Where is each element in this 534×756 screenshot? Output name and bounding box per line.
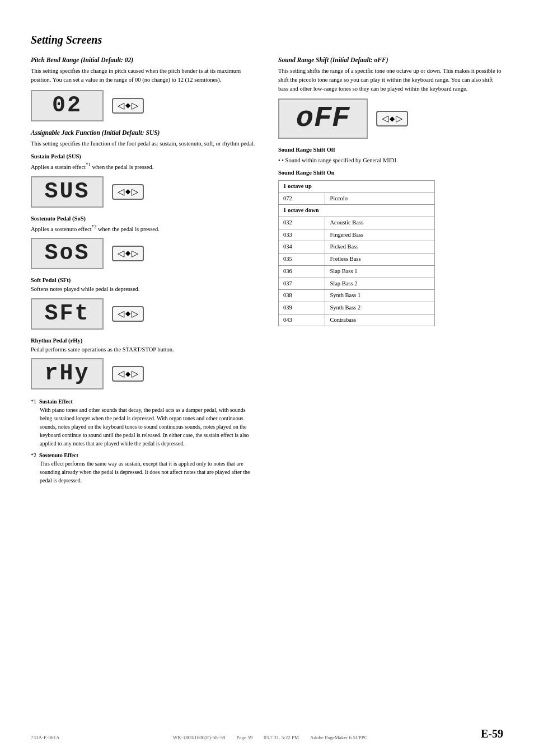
tone-name: Contrabass [325, 314, 435, 326]
tone-name: Slap Bass 1 [325, 265, 435, 278]
table-row: 033 Fingered Bass [279, 229, 435, 241]
sound-range-display: oFF [278, 98, 368, 139]
tone-name: Piccolo [325, 192, 435, 205]
footer-model: WK-1800/1600(E)-58~59 [173, 735, 226, 740]
fn2-num: *2 [31, 452, 38, 458]
main-title: Setting Screens [31, 34, 503, 46]
footer-software: Adobe PageMaker 6.5J/PPC [310, 735, 368, 740]
footer-center: WK-1800/1600(E)-58~59 Page 59 03.7.31. 5… [173, 735, 368, 740]
sos-fn-num: *2 [92, 224, 97, 229]
fn2-title: Sostenuto Effect [39, 452, 78, 458]
table-header-down: 1 octave down [279, 205, 435, 217]
pitch-bend-body: This setting specifies the change in pit… [31, 67, 256, 84]
rhythm-arrow-btn[interactable]: ◁ ◆ ▷ [112, 366, 144, 382]
sostenuto-display: SoS [31, 238, 104, 269]
tone-name: Fingered Bass [325, 229, 435, 241]
soft-value: SFt [44, 301, 90, 326]
sustain-fn-num: *1 [86, 162, 91, 167]
fn1-body: With piano tones and other sounds that d… [40, 406, 256, 448]
table-row: 032 Acoustic Bass [279, 217, 435, 229]
sus-left-arrow-icon: ◁ [118, 187, 124, 196]
tone-num: 033 [279, 229, 325, 241]
page-footer: 733A-E-061A WK-1800/1600(E)-58~59 Page 5… [31, 727, 503, 740]
footnote-2: *2 Sostenuto Effect This effect performs… [31, 451, 256, 485]
rhythm-display: rHy [31, 358, 104, 389]
fn2-body: This effect performs the same way as sus… [40, 459, 256, 485]
left-arrow-icon: ◁ [118, 101, 124, 110]
sustain-body: Applies a sustain effect*1 when the peda… [31, 161, 256, 171]
sustain-display-row: SUS ◁ ◆ ▷ [31, 176, 256, 208]
soft-pedal-title: Soft Pedal (SFt) [31, 277, 256, 283]
page-number: E-59 [481, 727, 503, 740]
pitch-bend-display: 02 [31, 90, 104, 121]
sound-range-table: 1 octave up 072 Piccolo 1 octave down 03… [278, 180, 435, 326]
octave-down-header: 1 octave down [279, 205, 435, 217]
sostenuto-body: Applies a sostenuto effect*2 when the pe… [31, 223, 256, 233]
sos-dot-icon: ◆ [125, 249, 130, 257]
table-row: 034 Picked Bass [279, 241, 435, 253]
rhythm-display-row: rHy ◁ ◆ ▷ [31, 358, 256, 389]
soft-display-row: SFt ◁ ◆ ▷ [31, 298, 256, 330]
table-row: 035 Fretless Bass [279, 253, 435, 266]
sound-range-title: Sound Range Shift (Initial Default: oFF) [278, 57, 503, 63]
sus-dot-icon: ◆ [125, 187, 130, 196]
sustain-value: SUS [44, 179, 90, 204]
sustain-display: SUS [31, 176, 104, 208]
tone-num: 036 [279, 265, 325, 278]
rhythm-value: rHy [44, 361, 90, 386]
tone-num: 035 [279, 253, 325, 266]
table-header-up: 1 octave up [279, 181, 435, 193]
dot-icon: ◆ [125, 101, 130, 110]
soft-display: SFt [31, 298, 104, 330]
sr-left-arrow-icon: ◁ [382, 114, 388, 123]
rhy-dot-icon: ◆ [125, 370, 130, 378]
tone-num: 039 [279, 302, 325, 314]
page-container: Setting Screens Pitch Bend Range (Initia… [0, 0, 534, 756]
footnotes-section: *1 Sustain Effect With piano tones and o… [31, 397, 256, 485]
sft-left-arrow-icon: ◁ [118, 309, 124, 318]
table-row: 037 Slap Bass 2 [279, 278, 435, 290]
footer-date: 03.7.31. 5:22 PM [264, 735, 299, 740]
pitch-bend-value: 02 [52, 93, 82, 118]
sound-range-arrow-btn[interactable]: ◁ ◆ ▷ [376, 111, 408, 126]
octave-up-header: 1 octave up [279, 181, 435, 193]
pitch-bend-title: Pitch Bend Range (Initial Default: 02) [31, 57, 256, 63]
pitch-bend-display-row: 02 ◁ ◆ ▷ [31, 90, 256, 121]
fn1-num: *1 [31, 398, 38, 405]
sos-right-arrow-icon: ▷ [132, 249, 138, 258]
sostenuto-title: Sostenuto Pedal (SoS) [31, 215, 256, 222]
sos-left-arrow-icon: ◁ [118, 249, 124, 258]
sostenuto-arrow-btn[interactable]: ◁ ◆ ▷ [112, 246, 144, 261]
sr-right-arrow-icon: ▷ [396, 114, 402, 123]
footnote-1: *1 Sustain Effect With piano tones and o… [31, 397, 256, 448]
sr-dot-icon: ◆ [390, 115, 395, 123]
tone-name: Slap Bass 2 [325, 278, 435, 290]
right-arrow-icon: ▷ [132, 101, 138, 110]
table-row: 039 Synth Bass 2 [279, 302, 435, 314]
footer-page: Page 59 [237, 735, 253, 740]
sound-range-body: This setting shifts the range of a speci… [278, 67, 503, 93]
right-column: Sound Range Shift (Initial Default: oFF)… [278, 57, 503, 488]
tone-num: 072 [279, 192, 325, 205]
sustain-arrow-btn[interactable]: ◁ ◆ ▷ [112, 184, 144, 200]
left-column: Pitch Bend Range (Initial Default: 02) T… [31, 57, 256, 488]
tone-num: 032 [279, 217, 325, 229]
tone-name: Fretless Bass [325, 253, 435, 266]
sostenuto-display-row: SoS ◁ ◆ ▷ [31, 238, 256, 269]
table-row: 036 Slap Bass 1 [279, 265, 435, 278]
content-grid: Pitch Bend Range (Initial Default: 02) T… [31, 57, 503, 488]
assignable-jack-body: This setting specifies the function of t… [31, 139, 256, 148]
tone-num: 037 [279, 278, 325, 290]
pitch-bend-arrow-btn[interactable]: ◁ ◆ ▷ [112, 98, 144, 114]
assignable-jack-title: Assignable Jack Function (Initial Defaul… [31, 129, 256, 136]
soft-pedal-body: Softens notes played while pedal is depr… [31, 285, 256, 294]
soft-arrow-btn[interactable]: ◁ ◆ ▷ [112, 306, 144, 322]
tone-name: Synth Bass 1 [325, 290, 435, 302]
shift-off-body: • Sound within range specified by Genera… [278, 156, 503, 165]
tone-name: Acoustic Bass [325, 217, 435, 229]
tone-name: Synth Bass 2 [325, 302, 435, 314]
shift-off-title: Sound Range Shift Off [278, 147, 503, 153]
sft-dot-icon: ◆ [125, 309, 130, 318]
sound-range-value: oFF [296, 102, 350, 135]
tone-num: 038 [279, 290, 325, 302]
